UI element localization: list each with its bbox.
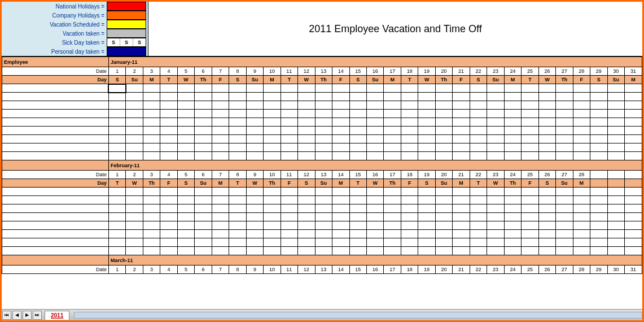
cell[interactable]: 16: [366, 266, 383, 274]
cell[interactable]: [332, 188, 349, 196]
cell[interactable]: [108, 247, 125, 255]
cell[interactable]: 8: [229, 171, 246, 179]
cell[interactable]: [625, 204, 642, 213]
cell[interactable]: Date: [2, 266, 109, 274]
cell[interactable]: [332, 118, 349, 127]
cell[interactable]: [212, 188, 229, 196]
cell[interactable]: [2, 238, 109, 247]
cell[interactable]: [453, 196, 470, 204]
cell[interactable]: [126, 204, 143, 213]
cell[interactable]: 30: [607, 67, 624, 76]
cell[interactable]: [504, 110, 521, 118]
cell[interactable]: [625, 135, 642, 143]
cell[interactable]: [2, 196, 109, 204]
cell[interactable]: [160, 101, 177, 110]
cell[interactable]: [229, 93, 246, 101]
cell[interactable]: [246, 135, 263, 143]
cell[interactable]: [264, 152, 281, 160]
cell[interactable]: W: [487, 179, 504, 188]
cell[interactable]: [264, 110, 281, 118]
cell[interactable]: Th: [264, 179, 281, 188]
cell[interactable]: [160, 188, 177, 196]
cell[interactable]: [126, 93, 143, 101]
cell[interactable]: Date: [2, 171, 109, 179]
cell[interactable]: [315, 204, 332, 213]
cell[interactable]: [366, 118, 383, 127]
cell[interactable]: [453, 135, 470, 143]
cell[interactable]: 23: [487, 266, 504, 274]
cell[interactable]: 26: [538, 171, 555, 179]
cell[interactable]: [487, 221, 504, 230]
cell[interactable]: [522, 230, 538, 238]
cell[interactable]: [384, 238, 401, 247]
cell[interactable]: 21: [453, 171, 470, 179]
cell[interactable]: [332, 135, 349, 143]
cell[interactable]: [504, 238, 521, 247]
cell[interactable]: 28: [573, 171, 590, 179]
sheet-tab-active[interactable]: 2011: [45, 311, 69, 320]
cell[interactable]: M: [453, 179, 470, 188]
tab-nav-next-icon[interactable]: ▶: [23, 311, 32, 320]
cell[interactable]: [298, 188, 315, 196]
cell[interactable]: 26: [538, 67, 555, 76]
cell[interactable]: [401, 221, 418, 230]
cell[interactable]: [195, 152, 212, 160]
cell[interactable]: [556, 188, 573, 196]
cell[interactable]: [349, 118, 366, 127]
cell[interactable]: [2, 204, 109, 213]
cell[interactable]: [298, 238, 315, 247]
cell[interactable]: [522, 213, 538, 221]
cell[interactable]: 24: [504, 266, 521, 274]
cell[interactable]: [2, 152, 109, 160]
cell[interactable]: [349, 221, 366, 230]
cell[interactable]: [487, 84, 504, 93]
cell[interactable]: 29: [590, 67, 607, 76]
cell[interactable]: [470, 152, 487, 160]
cell[interactable]: [143, 213, 160, 221]
cell[interactable]: [332, 238, 349, 247]
cell[interactable]: [453, 152, 470, 160]
calendar-grid[interactable]: EmployeeJanuary-11Date123456789101112131…: [2, 56, 642, 274]
cell[interactable]: [590, 171, 607, 179]
cell[interactable]: [2, 84, 109, 93]
cell[interactable]: F: [212, 76, 229, 84]
cell[interactable]: S: [349, 76, 366, 84]
cell[interactable]: [160, 238, 177, 247]
cell[interactable]: [264, 247, 281, 255]
cell[interactable]: 11: [281, 266, 297, 274]
cell[interactable]: 3: [143, 171, 160, 179]
cell[interactable]: [229, 101, 246, 110]
cell[interactable]: 13: [315, 266, 332, 274]
cell[interactable]: [212, 118, 229, 127]
cell[interactable]: [212, 221, 229, 230]
cell[interactable]: W: [366, 179, 383, 188]
cell[interactable]: [281, 230, 297, 238]
cell[interactable]: [487, 135, 504, 143]
cell[interactable]: [418, 204, 435, 213]
cell[interactable]: [435, 238, 452, 247]
cell[interactable]: [281, 110, 297, 118]
cell[interactable]: [315, 143, 332, 152]
cell[interactable]: [522, 143, 538, 152]
cell[interactable]: [108, 118, 125, 127]
cell[interactable]: 14: [332, 266, 349, 274]
cell[interactable]: [435, 230, 452, 238]
cell[interactable]: [229, 127, 246, 135]
cell[interactable]: 28: [573, 266, 590, 274]
cell[interactable]: [143, 93, 160, 101]
cell[interactable]: [522, 135, 538, 143]
cell[interactable]: [418, 135, 435, 143]
cell[interactable]: [298, 84, 315, 93]
cell[interactable]: [315, 221, 332, 230]
cell[interactable]: [246, 127, 263, 135]
cell[interactable]: F: [281, 179, 297, 188]
cell[interactable]: [281, 152, 297, 160]
cell[interactable]: [349, 204, 366, 213]
cell[interactable]: [538, 213, 555, 221]
cell[interactable]: [435, 101, 452, 110]
cell[interactable]: M: [264, 76, 281, 84]
cell[interactable]: M: [143, 76, 160, 84]
cell[interactable]: [246, 196, 263, 204]
cell[interactable]: [315, 247, 332, 255]
cell[interactable]: [556, 101, 573, 110]
